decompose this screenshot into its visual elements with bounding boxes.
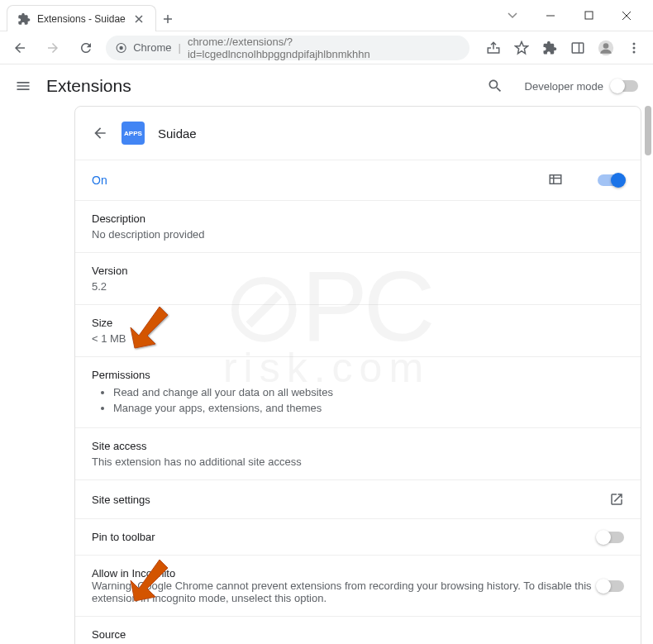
- version-label: Version: [92, 265, 624, 277]
- open-external-icon[interactable]: [609, 492, 624, 507]
- developer-mode-label: Developer mode: [525, 80, 603, 93]
- incognito-label: Allow in Incognito: [92, 567, 598, 580]
- developer-mode-toggle[interactable]: [612, 80, 638, 92]
- description-value: No description provided: [92, 228, 624, 241]
- back-button[interactable]: [92, 125, 108, 141]
- version-value: 5.2: [92, 280, 624, 293]
- description-section: Description No description provided: [75, 200, 641, 252]
- browser-toolbar: Chrome | chrome://extensions/?id=lcgedln…: [0, 31, 653, 64]
- share-icon[interactable]: [481, 36, 506, 60]
- back-button[interactable]: [7, 35, 33, 61]
- enable-row: On: [75, 160, 641, 200]
- svg-point-6: [603, 43, 609, 49]
- sidepanel-icon[interactable]: [565, 36, 590, 60]
- profile-icon[interactable]: [593, 36, 618, 60]
- on-label: On: [92, 174, 548, 187]
- source-section: Source Not from Chrome Web Store.: [75, 616, 641, 644]
- chrome-icon: [116, 42, 126, 54]
- url-text: chrome://extensions/?id=lcgedlncnolhbpgg…: [188, 36, 460, 60]
- svg-point-9: [633, 50, 636, 53]
- extensions-icon[interactable]: [537, 36, 562, 60]
- puzzle-icon: [17, 12, 31, 26]
- version-section: Version 5.2: [75, 252, 641, 304]
- incognito-toggle[interactable]: [598, 580, 624, 592]
- window-controls: [501, 0, 653, 31]
- svg-point-8: [633, 46, 636, 49]
- content-area: APPS Suidae On Description No descriptio…: [74, 106, 641, 644]
- svg-point-7: [633, 42, 636, 45]
- size-label: Size: [92, 317, 624, 329]
- page-title: Extensions: [46, 76, 131, 96]
- svg-point-2: [119, 45, 122, 49]
- permissions-label: Permissions: [92, 369, 624, 381]
- window-titlebar: Extensions - Suidae: [0, 0, 653, 31]
- maximize-button[interactable]: [577, 4, 600, 27]
- pin-toggle[interactable]: [598, 532, 624, 543]
- forward-button[interactable]: [40, 35, 66, 61]
- chevron-down-icon[interactable]: [501, 4, 524, 27]
- view-icon[interactable]: [548, 172, 565, 188]
- site-access-value: This extension has no additional site ac…: [92, 456, 624, 468]
- search-icon[interactable]: [480, 71, 510, 101]
- url-prefix: Chrome: [133, 41, 171, 54]
- close-button[interactable]: [615, 4, 638, 27]
- page-header: Extensions Developer mode: [0, 64, 653, 107]
- star-icon[interactable]: [509, 36, 534, 60]
- size-section: Size < 1 MB: [75, 304, 641, 356]
- size-value: < 1 MB: [92, 332, 624, 345]
- scrollbar-thumb[interactable]: [645, 106, 651, 155]
- incognito-warning: Warning: Google Chrome cannot prevent ex…: [92, 580, 598, 604]
- site-settings-row[interactable]: Site settings: [75, 479, 641, 518]
- menu-button[interactable]: [15, 78, 31, 94]
- svg-rect-3: [572, 43, 584, 53]
- extension-name: Suidae: [158, 126, 197, 141]
- permissions-list: Read and change all your data on all web…: [92, 384, 624, 416]
- browser-tab[interactable]: Extensions - Suidae: [7, 5, 156, 31]
- address-bar[interactable]: Chrome | chrome://extensions/?id=lcgedln…: [106, 36, 469, 60]
- extension-icon: APPS: [122, 122, 145, 145]
- pin-label: Pin to toolbar: [92, 531, 598, 543]
- description-label: Description: [92, 212, 624, 225]
- pin-to-toolbar-row: Pin to toolbar: [75, 518, 641, 555]
- site-access-section: Site access This extension has no additi…: [75, 427, 641, 479]
- developer-mode-row: Developer mode: [525, 80, 638, 93]
- close-icon[interactable]: [132, 12, 145, 26]
- svg-rect-10: [550, 175, 561, 184]
- tab-title: Extensions - Suidae: [37, 13, 126, 25]
- extension-header: APPS Suidae: [75, 107, 641, 160]
- reload-button[interactable]: [73, 35, 99, 61]
- new-tab-button[interactable]: [156, 7, 179, 31]
- menu-icon[interactable]: [622, 36, 646, 60]
- svg-rect-0: [585, 12, 593, 19]
- site-access-label: Site access: [92, 440, 624, 452]
- source-label: Source: [92, 628, 624, 641]
- extension-card: APPS Suidae On Description No descriptio…: [74, 106, 641, 644]
- permissions-section: Permissions Read and change all your dat…: [75, 356, 641, 427]
- site-settings-label: Site settings: [92, 494, 609, 506]
- minimize-button[interactable]: [539, 4, 562, 27]
- enable-toggle[interactable]: [598, 174, 624, 186]
- permission-item: Read and change all your data on all web…: [113, 384, 624, 400]
- incognito-row: Allow in Incognito Warning: Google Chrom…: [75, 555, 641, 616]
- permission-item: Manage your apps, extensions, and themes: [113, 400, 624, 416]
